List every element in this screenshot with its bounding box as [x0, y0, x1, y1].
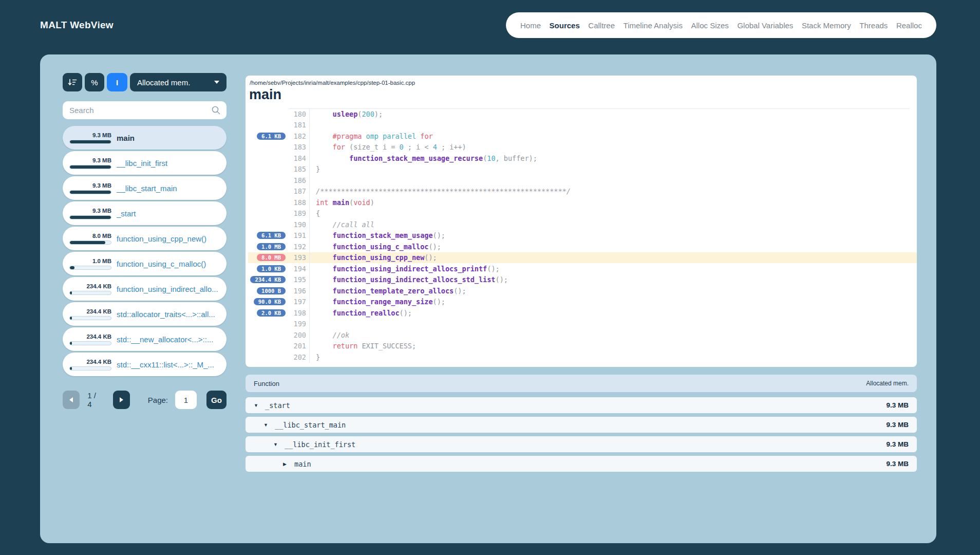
search-input[interactable]: [63, 101, 227, 119]
function-name-link[interactable]: __libc_init_first: [117, 159, 167, 168]
alloc-size-badge: 1.0 KB: [257, 265, 286, 272]
nav-item-calltree[interactable]: Calltree: [588, 21, 615, 30]
code-line: 90.0 KB197 function_range_many_size();: [248, 297, 917, 308]
pagination: 1 / 4 Page: Go: [63, 391, 227, 409]
code-token: );: [374, 110, 383, 118]
main-panel: % I Allocated mem. 9.3 MBmain9.3 MB__lib…: [40, 54, 936, 543]
function-name-link[interactable]: std::__new_allocator<...>::...: [117, 335, 213, 344]
function-memory-bar: [69, 316, 111, 320]
function-name-link[interactable]: function_using_indirect_allo...: [117, 285, 218, 293]
function-memory-bar: [69, 165, 111, 169]
code-token: [316, 253, 333, 262]
collapse-icon[interactable]: ▼: [254, 403, 261, 408]
alloc-size-badge: 8.0 MB: [257, 254, 286, 261]
code-line-badge-cell: 1.0 KB: [248, 265, 288, 272]
code-line-text: {: [309, 208, 917, 219]
source-card: /home/sebv/Projects/inria/malt/examples/…: [246, 76, 917, 367]
code-line-text: return EXIT_SUCCESS;: [309, 341, 917, 352]
collapse-icon[interactable]: ▼: [263, 422, 271, 428]
alloc-size-badge: 2.0 KB: [257, 309, 286, 317]
function-list-item[interactable]: 9.3 MB__libc_start_main: [63, 176, 227, 200]
function-list-item[interactable]: 8.0 MBfunction_using_cpp_new(): [63, 227, 227, 250]
code-token: [316, 298, 333, 306]
calltree-row[interactable]: ▼_start9.3 MB: [246, 397, 917, 413]
nav-item-realloc[interactable]: Realloc: [896, 21, 922, 30]
function-list-item[interactable]: 9.3 MBmain: [63, 126, 227, 150]
function-name-link[interactable]: std::allocator_traits<...>::all...: [117, 310, 215, 319]
function-memory-meter: 9.3 MB: [69, 182, 111, 194]
function-memory-bar: [69, 266, 111, 270]
function-memory-bar: [69, 341, 111, 345]
function-memory-bar-fill: [70, 342, 72, 345]
line-number: 188: [288, 198, 306, 207]
code-line: 6.1 KB182 #pragma omp parallel for: [248, 131, 917, 142]
function-list-item[interactable]: 9.3 MB_start: [63, 201, 227, 225]
function-memory-bar-fill: [70, 367, 72, 370]
nav-item-sources[interactable]: Sources: [550, 21, 580, 30]
code-token: 200: [362, 110, 374, 118]
percent-toggle-button[interactable]: %: [85, 73, 104, 91]
nav-item-stack-memory[interactable]: Stack Memory: [802, 21, 851, 30]
code-token: function_using_cpp_new: [333, 253, 425, 262]
next-page-button[interactable]: [113, 391, 130, 409]
function-size-label: 9.3 MB: [92, 208, 111, 214]
line-number: 201: [288, 342, 306, 350]
nav-item-threads[interactable]: Threads: [859, 21, 888, 30]
code-line-text: /***************************************…: [309, 186, 917, 197]
function-memory-meter: 9.3 MB: [69, 132, 111, 144]
function-name-link[interactable]: _start: [117, 209, 136, 218]
expand-icon[interactable]: ▶: [283, 461, 290, 467]
code-token: [316, 309, 333, 317]
code-token: for: [333, 143, 345, 151]
nav-item-alloc-sizes[interactable]: Alloc Sizes: [691, 21, 728, 30]
line-number: 192: [288, 243, 306, 251]
function-memory-bar-fill: [70, 191, 111, 194]
function-list-item[interactable]: 1.0 MBfunction_using_c_malloc(): [63, 252, 227, 275]
inclusive-toggle-button[interactable]: I: [107, 73, 127, 91]
function-list-item[interactable]: 234.4 KBstd::__cxx11::list<...>::_M_...: [63, 353, 227, 376]
chevron-down-icon: [214, 81, 219, 84]
metric-dropdown[interactable]: Allocated mem.: [130, 73, 227, 91]
prev-page-button[interactable]: [63, 391, 80, 409]
page-position: 1 / 4: [87, 391, 102, 409]
alloc-size-badge: 1.0 MB: [257, 243, 286, 250]
nav-item-timeline-analysis[interactable]: Timeline Analysis: [624, 21, 683, 30]
function-list-item[interactable]: 9.3 MB__libc_init_first: [63, 151, 227, 175]
go-button[interactable]: Go: [206, 391, 227, 409]
code-token: ();: [496, 275, 508, 284]
sort-button[interactable]: [63, 73, 82, 91]
function-memory-bar: [69, 140, 111, 144]
nav-item-home[interactable]: Home: [520, 21, 541, 30]
sidebar: % I Allocated mem. 9.3 MBmain9.3 MB__lib…: [63, 73, 227, 409]
nav-item-global-variables[interactable]: Global Variables: [737, 21, 793, 30]
code-token: function_stack_mem_usage_recurse: [349, 154, 483, 162]
function-list-item[interactable]: 234.4 KBstd::allocator_traits<...>::all.…: [63, 302, 227, 326]
function-size-label: 234.4 KB: [86, 334, 111, 340]
code-line-text: for (size_t i = 0 ; i < 4 ; i++): [309, 142, 917, 153]
code-token: [316, 243, 333, 251]
calltree-row[interactable]: ▼__libc_init_first9.3 MB: [246, 436, 917, 452]
code-token: usleep: [333, 110, 358, 118]
code-line-text: }: [309, 164, 917, 175]
code-line-badge-cell: 90.0 KB: [248, 298, 288, 305]
calltree-row[interactable]: ▼__libc_start_main9.3 MB: [246, 417, 917, 433]
function-name-link[interactable]: std::__cxx11::list<...>::_M_...: [117, 360, 214, 369]
code-line: 181: [248, 120, 917, 131]
page-number-input[interactable]: [175, 391, 197, 409]
code-token: function_using_c_malloc: [333, 243, 429, 251]
code-line: 200 //ok: [248, 329, 917, 341]
function-list-item[interactable]: 234.4 KBfunction_using_indirect_allo...: [63, 277, 227, 301]
function-name-link[interactable]: main: [117, 134, 135, 142]
function-name-link[interactable]: __libc_start_main: [117, 184, 177, 193]
alloc-size-badge: 90.0 KB: [254, 298, 286, 305]
code-token: }: [316, 165, 320, 173]
collapse-icon[interactable]: ▼: [273, 442, 280, 447]
function-name-link[interactable]: function_using_c_malloc(): [117, 260, 206, 268]
code-line: 6.1 KB191 function_stack_mem_usage();: [248, 230, 917, 242]
function-name-link[interactable]: function_using_cpp_new(): [117, 234, 206, 243]
function-memory-meter: 234.4 KB: [69, 283, 111, 295]
function-list-item[interactable]: 234.4 KBstd::__new_allocator<...>::...: [63, 327, 227, 351]
code-line: 199: [248, 319, 917, 330]
calltree-row[interactable]: ▶main9.3 MB: [246, 456, 917, 472]
code-token: function_using_indirect_allocs_std_list: [333, 275, 496, 284]
